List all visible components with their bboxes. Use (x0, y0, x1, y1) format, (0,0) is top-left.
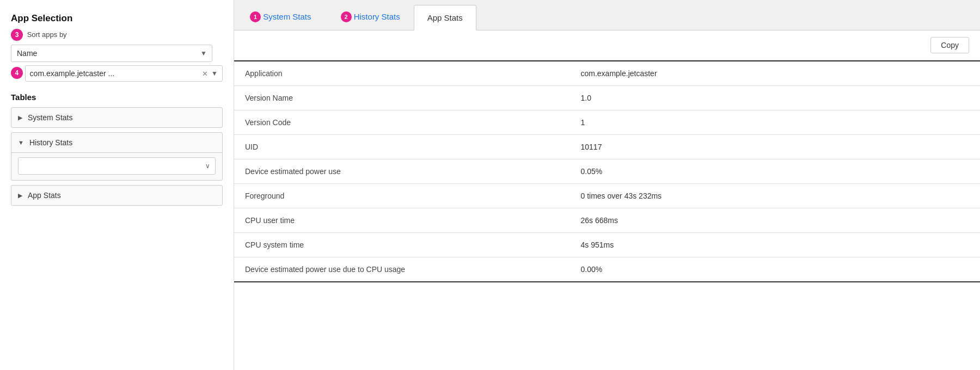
app-stats-tab-label: App Stats (427, 13, 463, 22)
table-row: CPU user time26s 668ms (234, 208, 980, 233)
app-select-text: com.example.jetcaster ... (30, 69, 199, 78)
history-select[interactable] (18, 157, 216, 175)
table-row: Version Name1.0 (234, 86, 980, 110)
app-badge: 4 (11, 67, 23, 79)
stat-key: Version Code (234, 110, 570, 135)
sort-select[interactable]: Name Package Version (11, 45, 212, 62)
app-stats-label: App Stats (28, 191, 61, 200)
system-stats-arrow-icon: ▶ (18, 114, 22, 121)
history-stats-body: ∨ (11, 152, 222, 180)
stat-value: com.example.jetcaster (570, 61, 981, 86)
table-item-app-stats: ▶ App Stats (11, 185, 223, 206)
sort-badge: 3 (11, 29, 23, 41)
stat-key: UID (234, 135, 570, 159)
app-stats-arrow-icon: ▶ (18, 192, 22, 199)
stat-key: Application (234, 61, 570, 86)
history-stats-tab-badge: 2 (341, 11, 352, 22)
tab-history-stats[interactable]: 2 History Stats (325, 4, 414, 30)
stat-value: 0 times over 43s 232ms (570, 184, 981, 208)
copy-button[interactable]: Copy (930, 37, 969, 53)
history-stats-arrow-icon: ▼ (18, 139, 24, 146)
table-item-app-stats-header[interactable]: ▶ App Stats (11, 186, 222, 205)
table-row: Device estimated power use0.05% (234, 159, 980, 184)
stat-value: 4s 951ms (570, 233, 981, 257)
system-stats-tab-badge: 1 (250, 11, 261, 22)
app-select-arrow-icon: ▼ (211, 70, 218, 77)
history-dropdown: ∨ (18, 157, 216, 175)
table-row: Device estimated power use due to CPU us… (234, 257, 980, 282)
stat-key: Device estimated power use (234, 159, 570, 184)
stat-value: 0.00% (570, 257, 981, 282)
main-panel: 1 System Stats 2 History Stats App Stats… (234, 0, 980, 370)
system-stats-label: System Stats (28, 113, 72, 122)
table-row: UID10117 (234, 135, 980, 159)
sort-select-wrapper: Name Package Version ▼ (11, 45, 212, 62)
table-item-system-stats-header[interactable]: ▶ System Stats (11, 108, 222, 127)
history-stats-label: History Stats (29, 138, 72, 147)
table-item-history-stats-header[interactable]: ▼ History Stats (11, 133, 222, 152)
tables-title: Tables (11, 92, 223, 102)
history-stats-tab-label: History Stats (354, 12, 400, 21)
stat-value: 0.05% (570, 159, 981, 184)
stats-table: Applicationcom.example.jetcasterVersion … (234, 60, 980, 282)
sidebar-title: App Selection (11, 13, 223, 24)
stat-value: 26s 668ms (570, 208, 981, 233)
stat-key: CPU system time (234, 233, 570, 257)
tab-app-stats[interactable]: App Stats (414, 5, 476, 30)
table-row: Foreground0 times over 43s 232ms (234, 184, 980, 208)
stat-key: Device estimated power use due to CPU us… (234, 257, 570, 282)
system-stats-tab-label: System Stats (263, 12, 311, 21)
stat-value: 1.0 (570, 86, 981, 110)
table-item-system-stats: ▶ System Stats (11, 107, 223, 128)
app-select-inner[interactable]: com.example.jetcaster ... ✕ ▼ (25, 65, 223, 82)
tabs-bar: 1 System Stats 2 History Stats App Stats (234, 0, 980, 30)
stat-value: 1 (570, 110, 981, 135)
table-row: CPU system time4s 951ms (234, 233, 980, 257)
stat-key: Version Name (234, 86, 570, 110)
table-row: Version Code1 (234, 110, 980, 135)
sort-row: Name Package Version ▼ (11, 45, 223, 62)
stat-key: Foreground (234, 184, 570, 208)
app-select-clear-icon[interactable]: ✕ (202, 70, 208, 78)
sidebar: App Selection 3 Sort apps by Name Packag… (0, 0, 234, 370)
content-area: Copy Applicationcom.example.jetcasterVer… (234, 30, 980, 370)
app-container: App Selection 3 Sort apps by Name Packag… (0, 0, 980, 370)
stat-value: 10117 (570, 135, 981, 159)
app-select-wrapper[interactable]: com.example.jetcaster ... ✕ ▼ (25, 65, 223, 82)
table-row: Applicationcom.example.jetcaster (234, 61, 980, 86)
stat-key: CPU user time (234, 208, 570, 233)
app-select-row: 4 com.example.jetcaster ... ✕ ▼ (11, 65, 223, 82)
sort-label: 3 Sort apps by (11, 29, 223, 41)
table-item-history-stats: ▼ History Stats ∨ (11, 132, 223, 181)
tab-system-stats[interactable]: 1 System Stats (234, 4, 325, 30)
copy-row: Copy (234, 30, 980, 60)
